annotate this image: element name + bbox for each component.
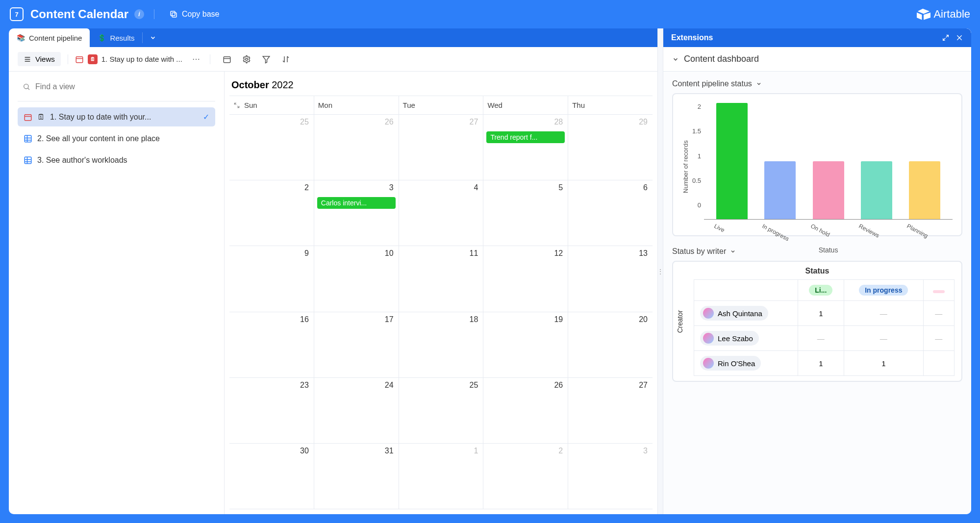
info-icon[interactable]: i [134, 9, 144, 19]
calendar-day[interactable]: 3Carlos intervi... [314, 180, 399, 246]
calendar-day[interactable]: 2 [483, 444, 568, 509]
find-view-input[interactable] [35, 82, 210, 91]
day-number: 11 [470, 249, 478, 258]
widget-pipeline-status-label[interactable]: Content pipeline status [672, 79, 962, 88]
day-number: 16 [300, 315, 309, 324]
svg-rect-1 [171, 11, 175, 16]
sort-icon[interactable] [281, 54, 291, 64]
calendar-day[interactable]: 27 [399, 115, 484, 180]
calendar-day[interactable]: 2 [229, 180, 314, 246]
view-more-button[interactable]: ⋯ [189, 52, 203, 66]
chart-bar[interactable] [909, 161, 940, 220]
calendar-day[interactable]: 26 [314, 115, 399, 180]
calendar-day[interactable]: 31 [314, 444, 399, 509]
day-number: 25 [470, 381, 478, 390]
calendar-day[interactable]: 11 [399, 246, 484, 311]
day-number: 4 [474, 183, 478, 192]
day-number: 12 [554, 249, 563, 258]
add-table-chevron[interactable] [143, 28, 163, 47]
calendar-day[interactable]: 6 [568, 180, 653, 246]
tab-results[interactable]: 💲 Results [90, 28, 142, 47]
status-cell: 1 [798, 301, 844, 326]
status-by-writer-table: Status Creator Li... In progress Ash Qui… [672, 261, 962, 382]
creator-chip[interactable]: Rin O'Shea [700, 356, 761, 371]
calendar-day[interactable]: 25 [229, 115, 314, 180]
day-header-wed: Wed [483, 96, 568, 114]
sidebar-view-1[interactable]: 🗓 1. Stay up to date with your... ✓ [18, 107, 215, 126]
calendar-day[interactable]: 12 [483, 246, 568, 311]
chart-x-axis-label: Status [704, 246, 953, 254]
calendar-day[interactable]: 13 [568, 246, 653, 311]
calendar-day[interactable]: 9 [229, 246, 314, 311]
views-label: Views [35, 55, 55, 63]
avatar-icon [703, 358, 714, 369]
calendar-day[interactable]: 26 [483, 378, 568, 443]
view-toolbar: Views 🗓 1. Stay up to date with ... ⋯ [9, 47, 657, 72]
calendar-event[interactable]: Carlos intervi... [317, 197, 396, 209]
calendar-day[interactable]: 20 [568, 312, 653, 377]
app-title: Content Calendar [30, 7, 128, 21]
calendar-week: 3031123 [229, 444, 653, 509]
x-tick: Live [713, 223, 744, 243]
divider [18, 101, 215, 101]
toolbar-icon-group [222, 54, 291, 64]
calendar-day[interactable]: 19 [483, 312, 568, 377]
svg-rect-5 [76, 56, 83, 62]
calendar-day[interactable]: 3 [568, 444, 653, 509]
day-header-row: SunMonTueWedThu [229, 96, 653, 115]
chart-plot-area [704, 103, 953, 220]
current-view-chip[interactable]: 🗓 1. Stay up to date with ... [75, 54, 182, 64]
close-icon[interactable] [955, 34, 963, 42]
day-number: 24 [385, 381, 394, 390]
calendar-event[interactable]: Trend report f... [486, 131, 565, 143]
status-cell: 1 [844, 351, 924, 376]
calendar-settings-icon[interactable] [222, 54, 232, 64]
calendar-day[interactable]: 5 [483, 180, 568, 246]
calendar-day[interactable]: 18 [399, 312, 484, 377]
view-emoji: 🗓 [37, 113, 45, 122]
calendar-day[interactable]: 4 [399, 180, 484, 246]
calendar-day[interactable]: 24 [314, 378, 399, 443]
calendar-day[interactable]: 27 [568, 378, 653, 443]
filter-icon[interactable] [261, 54, 271, 64]
sidebar-view-2[interactable]: 2. See all your content in one place [18, 129, 215, 148]
view-label: 1. Stay up to date with your... [50, 113, 151, 122]
chart-bar[interactable] [813, 161, 844, 220]
calendar-day[interactable]: 1 [399, 444, 484, 509]
chevron-down-icon [730, 249, 736, 254]
extensions-panel: Extensions Content dashboard Content pip… [663, 28, 971, 514]
search-icon [23, 83, 30, 91]
calendar-day[interactable]: 10 [314, 246, 399, 311]
day-number: 6 [643, 183, 648, 192]
status-table-row: Rin O'Shea11 [694, 351, 955, 376]
calendar-day[interactable]: 17 [314, 312, 399, 377]
chart-bar[interactable] [764, 161, 796, 220]
calendar-day[interactable]: 25 [399, 378, 484, 443]
calendar-day[interactable]: 23 [229, 378, 314, 443]
panel-resize-handle[interactable]: ⋮ [657, 28, 663, 514]
calendar-day[interactable]: 16 [229, 312, 314, 377]
calendar-day[interactable]: 29 [568, 115, 653, 180]
calendar-day[interactable]: 28Trend report f... [483, 115, 568, 180]
find-view-search[interactable] [18, 78, 215, 95]
day-number: 26 [554, 381, 563, 390]
chart-bar[interactable] [716, 103, 748, 219]
chevron-down-icon [672, 56, 679, 63]
views-button[interactable]: Views [18, 52, 61, 66]
sidebar-view-3[interactable]: 3. See author's workloads [18, 151, 215, 170]
tab-content-pipeline[interactable]: 📚 Content pipeline [9, 28, 90, 47]
status-table-row-axis: Creator [676, 310, 684, 333]
expand-icon[interactable] [942, 34, 950, 42]
creator-chip[interactable]: Lee Szabo [700, 331, 759, 346]
chart-bar[interactable] [861, 161, 892, 220]
day-header-thu: Thu [568, 96, 653, 114]
expand-arrows-icon[interactable] [233, 102, 240, 109]
airtable-logo[interactable]: Airtable [917, 8, 970, 21]
status-table-row: Ash Quintana1—— [694, 301, 955, 326]
dashboard-section-header[interactable]: Content dashboard [663, 47, 971, 72]
creator-chip[interactable]: Ash Quintana [700, 306, 768, 321]
gear-icon[interactable] [242, 54, 251, 64]
copy-base-button[interactable]: Copy base [169, 10, 220, 19]
table-tab-strip: 📚 Content pipeline 💲 Results [9, 28, 657, 47]
calendar-day[interactable]: 30 [229, 444, 314, 509]
